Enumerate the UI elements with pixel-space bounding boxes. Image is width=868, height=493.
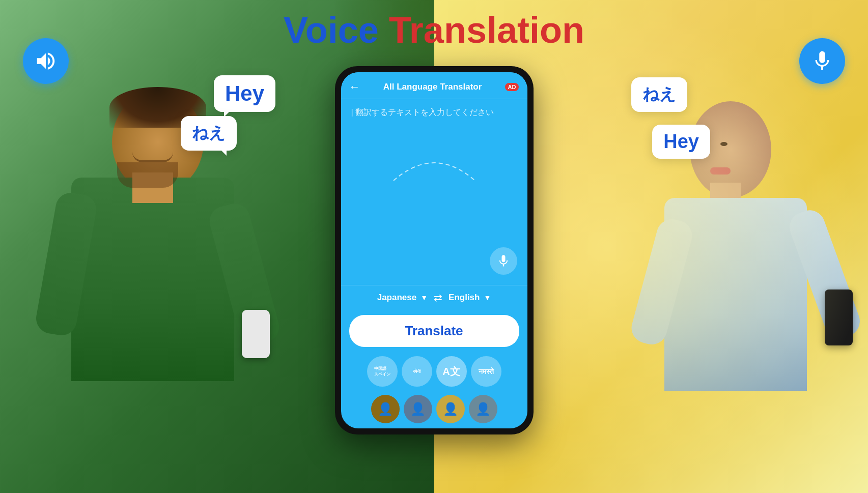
avatar-2[interactable]: 👤 (404, 395, 432, 423)
bubble-hey-right: Hey (652, 125, 710, 159)
language-from-selector[interactable]: Japanese ▼ (377, 293, 428, 303)
avatar-4[interactable]: 👤 (469, 395, 497, 423)
phone-mockup: ← All Language Translator AD | 翻訳するテキストを… (335, 66, 534, 434)
mic-icon-circle[interactable] (799, 38, 845, 84)
swap-languages-icon[interactable]: ⇄ (434, 292, 442, 304)
language-bar: Japanese ▼ ⇄ English ▼ (341, 285, 527, 310)
voice-wave (388, 140, 480, 186)
language-to-chevron: ▼ (484, 294, 491, 302)
icon-chinese[interactable]: 中国語スペイン (367, 356, 398, 387)
language-to-label: English (449, 293, 480, 303)
avatar-1[interactable]: 👤 (371, 395, 400, 423)
language-from-chevron: ▼ (421, 294, 428, 302)
avatar-3[interactable]: 👤 (436, 395, 465, 423)
page-title: Voice Translation (0, 9, 868, 51)
app-title: All Language Translator (383, 82, 482, 92)
bubble-nee-right: ねえ (631, 77, 687, 112)
back-button[interactable]: ← (349, 80, 360, 94)
input-placeholder: | 翻訳するテキストを入力してください (351, 108, 494, 117)
icon-namaste[interactable]: नमस्ते (471, 356, 501, 387)
translate-button[interactable]: Translate (349, 315, 519, 347)
title-translation: Translation (389, 10, 584, 50)
mic-icon (810, 49, 834, 73)
phone-frame: ← All Language Translator AD | 翻訳するテキストを… (335, 66, 534, 434)
bubble-nee-left: ねえ (181, 116, 237, 151)
title-voice: Voice (284, 10, 379, 50)
avatar-row: 👤 👤 👤 👤 (341, 395, 527, 428)
input-area[interactable]: | 翻訳するテキストを入力してください (341, 99, 527, 285)
input-mic-icon (496, 254, 511, 268)
phone-screen: ← All Language Translator AD | 翻訳するテキストを… (341, 72, 527, 428)
bubble-hey-left: Hey (214, 75, 275, 112)
icon-translate[interactable]: A文 (436, 356, 467, 387)
input-mic-button[interactable] (490, 247, 517, 275)
bottom-icon-row: 中国語スペイン स्पेनी A文 नमस्ते (341, 352, 527, 395)
language-to-selector[interactable]: English ▼ (449, 293, 491, 303)
speaker-icon (34, 49, 58, 73)
speaker-icon-circle[interactable] (23, 38, 69, 84)
language-from-label: Japanese (377, 293, 417, 303)
translate-button-label: Translate (405, 323, 463, 338)
ad-badge: AD (505, 83, 519, 91)
icon-spanish[interactable]: स्पेनी (402, 356, 432, 387)
phone-header: ← All Language Translator AD (341, 72, 527, 99)
